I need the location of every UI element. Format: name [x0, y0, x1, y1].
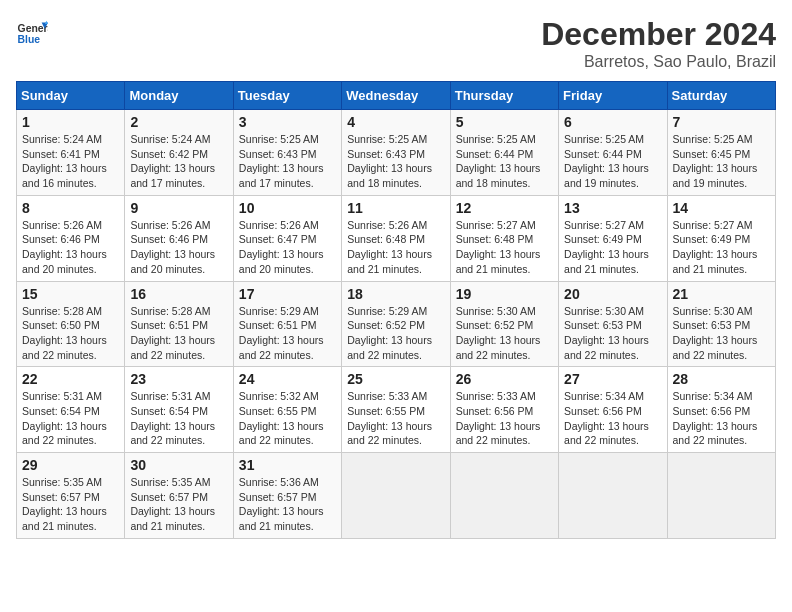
day-detail: Sunrise: 5:30 AMSunset: 6:53 PMDaylight:…	[564, 304, 661, 363]
day-detail: Sunrise: 5:28 AMSunset: 6:50 PMDaylight:…	[22, 304, 119, 363]
day-number: 1	[22, 114, 119, 130]
day-number: 6	[564, 114, 661, 130]
day-detail: Sunrise: 5:31 AMSunset: 6:54 PMDaylight:…	[130, 389, 227, 448]
day-detail: Sunrise: 5:25 AMSunset: 6:45 PMDaylight:…	[673, 132, 770, 191]
calendar-week-row: 1 Sunrise: 5:24 AMSunset: 6:41 PMDayligh…	[17, 110, 776, 196]
day-number: 31	[239, 457, 336, 473]
day-number: 27	[564, 371, 661, 387]
day-number: 7	[673, 114, 770, 130]
calendar-day-cell: 24 Sunrise: 5:32 AMSunset: 6:55 PMDaylig…	[233, 367, 341, 453]
day-number: 8	[22, 200, 119, 216]
day-number: 14	[673, 200, 770, 216]
calendar-day-cell	[450, 453, 558, 539]
calendar-day-cell: 23 Sunrise: 5:31 AMSunset: 6:54 PMDaylig…	[125, 367, 233, 453]
calendar-week-row: 22 Sunrise: 5:31 AMSunset: 6:54 PMDaylig…	[17, 367, 776, 453]
calendar-day-cell: 18 Sunrise: 5:29 AMSunset: 6:52 PMDaylig…	[342, 281, 450, 367]
calendar-day-cell: 10 Sunrise: 5:26 AMSunset: 6:47 PMDaylig…	[233, 195, 341, 281]
calendar-day-cell: 7 Sunrise: 5:25 AMSunset: 6:45 PMDayligh…	[667, 110, 775, 196]
calendar-day-cell	[667, 453, 775, 539]
calendar-day-cell: 21 Sunrise: 5:30 AMSunset: 6:53 PMDaylig…	[667, 281, 775, 367]
day-number: 29	[22, 457, 119, 473]
calendar-day-cell: 4 Sunrise: 5:25 AMSunset: 6:43 PMDayligh…	[342, 110, 450, 196]
calendar-day-cell: 20 Sunrise: 5:30 AMSunset: 6:53 PMDaylig…	[559, 281, 667, 367]
calendar-day-cell: 26 Sunrise: 5:33 AMSunset: 6:56 PMDaylig…	[450, 367, 558, 453]
day-detail: Sunrise: 5:24 AMSunset: 6:41 PMDaylight:…	[22, 132, 119, 191]
day-number: 5	[456, 114, 553, 130]
day-detail: Sunrise: 5:29 AMSunset: 6:52 PMDaylight:…	[347, 304, 444, 363]
day-number: 22	[22, 371, 119, 387]
day-number: 16	[130, 286, 227, 302]
day-number: 20	[564, 286, 661, 302]
day-detail: Sunrise: 5:24 AMSunset: 6:42 PMDaylight:…	[130, 132, 227, 191]
calendar-day-cell	[559, 453, 667, 539]
main-title: December 2024	[541, 16, 776, 53]
calendar-day-cell: 29 Sunrise: 5:35 AMSunset: 6:57 PMDaylig…	[17, 453, 125, 539]
header: General Blue December 2024 Barretos, Sao…	[16, 16, 776, 71]
calendar-header-saturday: Saturday	[667, 82, 775, 110]
calendar-day-cell: 31 Sunrise: 5:36 AMSunset: 6:57 PMDaylig…	[233, 453, 341, 539]
calendar-header-friday: Friday	[559, 82, 667, 110]
calendar-header-monday: Monday	[125, 82, 233, 110]
calendar-day-cell: 16 Sunrise: 5:28 AMSunset: 6:51 PMDaylig…	[125, 281, 233, 367]
day-detail: Sunrise: 5:35 AMSunset: 6:57 PMDaylight:…	[22, 475, 119, 534]
day-number: 11	[347, 200, 444, 216]
day-number: 25	[347, 371, 444, 387]
day-detail: Sunrise: 5:34 AMSunset: 6:56 PMDaylight:…	[564, 389, 661, 448]
calendar-day-cell: 2 Sunrise: 5:24 AMSunset: 6:42 PMDayligh…	[125, 110, 233, 196]
day-detail: Sunrise: 5:26 AMSunset: 6:48 PMDaylight:…	[347, 218, 444, 277]
day-number: 17	[239, 286, 336, 302]
svg-text:Blue: Blue	[18, 34, 41, 45]
sub-title: Barretos, Sao Paulo, Brazil	[541, 53, 776, 71]
calendar-day-cell	[342, 453, 450, 539]
day-number: 26	[456, 371, 553, 387]
day-number: 4	[347, 114, 444, 130]
day-number: 21	[673, 286, 770, 302]
day-detail: Sunrise: 5:27 AMSunset: 6:48 PMDaylight:…	[456, 218, 553, 277]
calendar-header-wednesday: Wednesday	[342, 82, 450, 110]
day-detail: Sunrise: 5:34 AMSunset: 6:56 PMDaylight:…	[673, 389, 770, 448]
calendar-day-cell: 28 Sunrise: 5:34 AMSunset: 6:56 PMDaylig…	[667, 367, 775, 453]
day-detail: Sunrise: 5:30 AMSunset: 6:53 PMDaylight:…	[673, 304, 770, 363]
calendar-day-cell: 27 Sunrise: 5:34 AMSunset: 6:56 PMDaylig…	[559, 367, 667, 453]
day-detail: Sunrise: 5:25 AMSunset: 6:44 PMDaylight:…	[456, 132, 553, 191]
day-number: 18	[347, 286, 444, 302]
day-detail: Sunrise: 5:32 AMSunset: 6:55 PMDaylight:…	[239, 389, 336, 448]
calendar-header-row: SundayMondayTuesdayWednesdayThursdayFrid…	[17, 82, 776, 110]
calendar-header-thursday: Thursday	[450, 82, 558, 110]
calendar-day-cell: 15 Sunrise: 5:28 AMSunset: 6:50 PMDaylig…	[17, 281, 125, 367]
calendar-day-cell: 19 Sunrise: 5:30 AMSunset: 6:52 PMDaylig…	[450, 281, 558, 367]
calendar-day-cell: 22 Sunrise: 5:31 AMSunset: 6:54 PMDaylig…	[17, 367, 125, 453]
day-number: 28	[673, 371, 770, 387]
day-number: 2	[130, 114, 227, 130]
day-number: 24	[239, 371, 336, 387]
day-number: 13	[564, 200, 661, 216]
calendar-day-cell: 8 Sunrise: 5:26 AMSunset: 6:46 PMDayligh…	[17, 195, 125, 281]
calendar-day-cell: 3 Sunrise: 5:25 AMSunset: 6:43 PMDayligh…	[233, 110, 341, 196]
calendar-week-row: 29 Sunrise: 5:35 AMSunset: 6:57 PMDaylig…	[17, 453, 776, 539]
day-detail: Sunrise: 5:33 AMSunset: 6:56 PMDaylight:…	[456, 389, 553, 448]
calendar-header-tuesday: Tuesday	[233, 82, 341, 110]
calendar-header-sunday: Sunday	[17, 82, 125, 110]
day-detail: Sunrise: 5:25 AMSunset: 6:43 PMDaylight:…	[239, 132, 336, 191]
day-number: 23	[130, 371, 227, 387]
calendar-day-cell: 5 Sunrise: 5:25 AMSunset: 6:44 PMDayligh…	[450, 110, 558, 196]
day-detail: Sunrise: 5:26 AMSunset: 6:47 PMDaylight:…	[239, 218, 336, 277]
calendar-day-cell: 14 Sunrise: 5:27 AMSunset: 6:49 PMDaylig…	[667, 195, 775, 281]
calendar-table: SundayMondayTuesdayWednesdayThursdayFrid…	[16, 81, 776, 539]
day-detail: Sunrise: 5:27 AMSunset: 6:49 PMDaylight:…	[564, 218, 661, 277]
day-detail: Sunrise: 5:31 AMSunset: 6:54 PMDaylight:…	[22, 389, 119, 448]
day-number: 30	[130, 457, 227, 473]
day-detail: Sunrise: 5:30 AMSunset: 6:52 PMDaylight:…	[456, 304, 553, 363]
calendar-day-cell: 9 Sunrise: 5:26 AMSunset: 6:46 PMDayligh…	[125, 195, 233, 281]
calendar-day-cell: 17 Sunrise: 5:29 AMSunset: 6:51 PMDaylig…	[233, 281, 341, 367]
calendar-day-cell: 6 Sunrise: 5:25 AMSunset: 6:44 PMDayligh…	[559, 110, 667, 196]
day-detail: Sunrise: 5:25 AMSunset: 6:44 PMDaylight:…	[564, 132, 661, 191]
day-number: 9	[130, 200, 227, 216]
day-number: 3	[239, 114, 336, 130]
day-number: 19	[456, 286, 553, 302]
calendar-day-cell: 13 Sunrise: 5:27 AMSunset: 6:49 PMDaylig…	[559, 195, 667, 281]
day-number: 15	[22, 286, 119, 302]
day-number: 12	[456, 200, 553, 216]
logo-icon: General Blue	[16, 16, 48, 48]
title-area: December 2024 Barretos, Sao Paulo, Brazi…	[541, 16, 776, 71]
